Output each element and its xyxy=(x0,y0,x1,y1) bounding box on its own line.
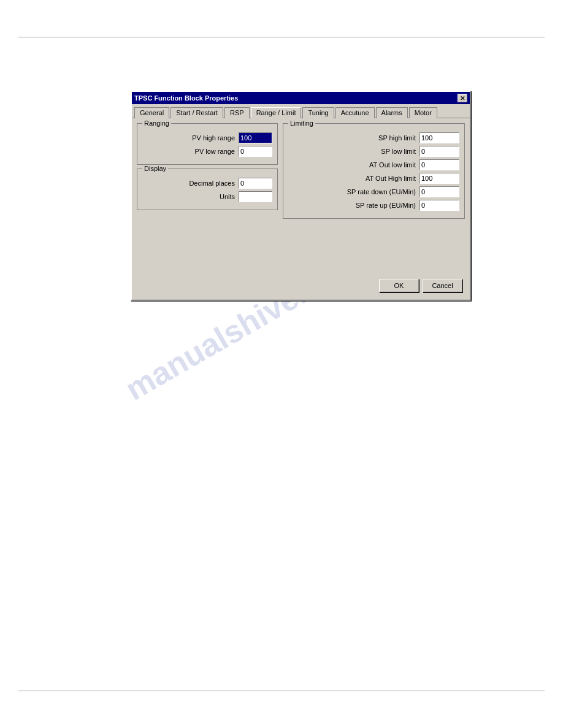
cancel-button[interactable]: Cancel xyxy=(423,279,462,292)
sp-rate-up-row: SP rate up (EU/Min) xyxy=(288,200,459,211)
sp-low-limit-row: SP low limit xyxy=(288,146,459,157)
units-row: Units xyxy=(142,191,272,202)
ranging-group: Ranging PV high range PV low range xyxy=(137,123,278,165)
bottom-rule xyxy=(18,691,545,691)
tab-tuning[interactable]: Tuning xyxy=(302,107,334,118)
tab-rsp[interactable]: RSP xyxy=(224,107,250,118)
sp-low-limit-label: SP low limit xyxy=(288,148,416,155)
limiting-group: Limiting SP high limit SP low limit AT O… xyxy=(283,123,465,219)
sp-high-limit-row: SP high limit xyxy=(288,132,459,143)
tab-start-restart[interactable]: Start / Restart xyxy=(170,107,223,118)
pv-high-range-label: PV high range xyxy=(180,134,235,142)
pv-low-range-input[interactable] xyxy=(239,146,272,157)
pv-low-range-row: PV low range xyxy=(142,146,272,157)
sp-rate-down-row: SP rate down (EU/Min) xyxy=(288,186,459,197)
at-out-high-limit-label: AT Out High limit xyxy=(288,175,416,182)
tab-alarms[interactable]: Alarms xyxy=(376,107,408,118)
at-out-low-limit-input[interactable] xyxy=(419,159,459,170)
sp-rate-down-input[interactable] xyxy=(419,186,459,197)
at-out-high-limit-input[interactable] xyxy=(419,173,459,184)
sp-rate-up-label: SP rate up (EU/Min) xyxy=(288,202,416,209)
sp-rate-up-input[interactable] xyxy=(419,200,459,211)
ok-button[interactable]: OK xyxy=(379,279,419,292)
limiting-group-title: Limiting xyxy=(288,119,315,127)
tab-range-limit[interactable]: Range / Limit xyxy=(251,107,302,118)
dialog-title: TPSC Function Block Properties xyxy=(134,94,458,102)
tab-motor[interactable]: Motor xyxy=(409,107,437,118)
sp-low-limit-input[interactable] xyxy=(419,146,459,157)
spacer xyxy=(137,222,465,271)
tab-general[interactable]: General xyxy=(134,107,169,118)
display-group-title: Display xyxy=(142,165,168,172)
decimal-places-input[interactable] xyxy=(239,178,272,189)
tab-accutune[interactable]: Accutune xyxy=(335,107,375,118)
tab-bar: General Start / Restart RSP Range / Limi… xyxy=(132,104,470,118)
decimal-places-row: Decimal places xyxy=(142,178,272,189)
dialog-body: Ranging PV high range PV low range Displ… xyxy=(132,118,470,300)
top-rule xyxy=(18,37,545,37)
sp-rate-down-label: SP rate down (EU/Min) xyxy=(288,188,416,195)
display-group: Display Decimal places Units xyxy=(137,169,278,210)
sp-high-limit-label: SP high limit xyxy=(288,134,416,142)
pv-high-range-input[interactable] xyxy=(239,132,272,143)
sp-high-limit-input[interactable] xyxy=(419,132,459,143)
page-background: manualshive.com TPSC Function Block Prop… xyxy=(0,0,563,728)
close-button[interactable]: ✕ xyxy=(458,94,467,102)
left-column: Ranging PV high range PV low range Displ… xyxy=(137,123,278,219)
decimal-places-label: Decimal places xyxy=(180,180,235,187)
units-input[interactable] xyxy=(239,191,272,202)
at-out-high-limit-row: AT Out High limit xyxy=(288,173,459,184)
pv-high-range-row: PV high range xyxy=(142,132,272,143)
at-out-low-limit-row: AT Out low limit xyxy=(288,159,459,170)
groups-row: Ranging PV high range PV low range Displ… xyxy=(137,123,465,219)
units-label: Units xyxy=(180,193,235,200)
pv-low-range-label: PV low range xyxy=(180,148,235,155)
at-out-low-limit-label: AT Out low limit xyxy=(288,161,416,169)
dialog-window: TPSC Function Block Properties ✕ General… xyxy=(131,91,471,301)
button-row: OK Cancel xyxy=(137,275,465,295)
title-bar: TPSC Function Block Properties ✕ xyxy=(132,92,470,104)
ranging-group-title: Ranging xyxy=(142,119,171,127)
